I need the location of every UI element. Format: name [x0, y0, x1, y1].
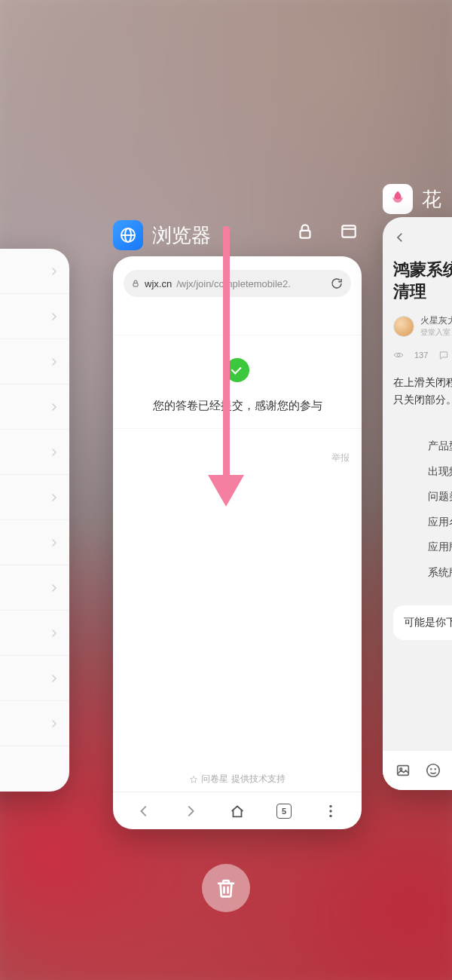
browser-bottom-nav: 5: [113, 792, 362, 829]
list-item[interactable]: [0, 430, 69, 475]
list-item[interactable]: [0, 339, 69, 384]
image-icon[interactable]: [395, 762, 411, 779]
app-name-label: 花: [422, 186, 441, 213]
clear-all-button[interactable]: [202, 864, 250, 912]
svg-point-11: [427, 764, 440, 777]
reload-icon[interactable]: [330, 277, 344, 290]
star-icon: [189, 775, 198, 784]
svg-rect-4: [133, 283, 138, 287]
svg-point-6: [329, 810, 331, 812]
post-meta: 火星灰大 登堂入室: [383, 314, 452, 345]
chevron-left-icon: [393, 231, 407, 244]
nav-back-button[interactable]: [129, 796, 159, 826]
nav-menu-button[interactable]: [316, 796, 346, 826]
browser-url-bar[interactable]: wjx.cn /wjx/join/completemobile2.: [124, 270, 351, 297]
svg-point-12: [431, 769, 432, 770]
chevron-right-icon: [50, 312, 59, 321]
list-item[interactable]: [0, 656, 69, 701]
back-button[interactable]: [383, 217, 452, 255]
card-top-actions: [294, 220, 360, 243]
author-avatar[interactable]: [393, 316, 414, 337]
app-card-title-browser: 浏览器: [113, 220, 211, 250]
svg-point-7: [329, 814, 331, 816]
chevron-right-icon: [50, 267, 59, 276]
chevron-right-icon: [50, 538, 59, 547]
app-card-forum[interactable]: 鸿蒙系统 清理 火星灰大 登堂入室 137 在上滑关闭程 只关闭部分。 产品型 …: [383, 217, 452, 790]
svg-rect-3: [342, 225, 355, 237]
list-item[interactable]: [0, 565, 69, 611]
chevron-right-icon: [50, 629, 59, 638]
svg-rect-9: [398, 766, 409, 776]
page-content: 您的答卷已经提交，感谢您的参与: [113, 335, 362, 429]
post-body: 在上滑关闭程 只关闭部分。: [383, 371, 452, 411]
browser-app-icon: [113, 220, 143, 250]
svg-rect-2: [301, 231, 310, 238]
list-item: 产品型: [428, 433, 452, 459]
app-card-title-flower: 花: [383, 184, 441, 214]
post-spec-list: 产品型 出现频 问题类 应用名 应用版 系统版: [383, 411, 452, 586]
chevron-right-icon: [50, 583, 59, 593]
url-path: /wjx/join/completemobile2.: [176, 278, 325, 289]
list-item[interactable]: [0, 249, 69, 294]
app-card-settings[interactable]: [0, 249, 69, 792]
chevron-right-icon: [50, 493, 59, 502]
chevron-right-icon: [50, 357, 59, 366]
flower-app-icon: [383, 184, 413, 214]
eye-icon: [393, 350, 404, 360]
svg-point-13: [435, 769, 435, 770]
list-item[interactable]: [0, 294, 69, 339]
svg-point-8: [397, 354, 400, 357]
list-item[interactable]: [0, 701, 69, 746]
emoji-icon[interactable]: [425, 762, 441, 779]
lock-icon: [131, 279, 140, 288]
chevron-right-icon: [50, 719, 59, 728]
recent-apps-carousel: 浏览器 wjx.cn /wjx/join/completemobile2. 您的…: [0, 0, 452, 980]
post-stats: 137: [383, 345, 452, 371]
list-item[interactable]: [0, 611, 69, 656]
nav-forward-button[interactable]: [176, 796, 206, 826]
reply-card[interactable]: 可能是你下滑: [393, 605, 452, 640]
author-level: 登堂入室: [420, 327, 452, 338]
view-count: 137: [414, 351, 428, 360]
list-item[interactable]: [0, 475, 69, 520]
nav-home-button[interactable]: [222, 796, 252, 826]
svg-point-5: [329, 804, 331, 807]
comment-icon: [438, 350, 449, 360]
url-host: wjx.cn: [145, 278, 172, 289]
app-card-browser[interactable]: wjx.cn /wjx/join/completemobile2. 您的答卷已经…: [113, 256, 362, 829]
lock-app-button[interactable]: [294, 220, 316, 243]
list-item: 应用名: [428, 510, 452, 535]
success-message: 您的答卷已经提交，感谢您的参与: [125, 399, 350, 413]
chevron-right-icon: [50, 403, 59, 412]
list-item: 出现频: [428, 459, 452, 485]
success-check-icon: [225, 358, 249, 382]
chevron-right-icon: [50, 674, 59, 683]
list-item: 系统版: [428, 560, 452, 586]
author-name: 火星灰大: [420, 314, 452, 327]
list-item[interactable]: [0, 384, 69, 430]
forum-bottom-toolbar: [383, 751, 452, 790]
trash-icon: [215, 877, 237, 899]
split-screen-button[interactable]: [337, 220, 360, 243]
app-name-label: 浏览器: [152, 222, 211, 249]
list-item: 应用版: [428, 534, 452, 560]
post-title: 鸿蒙系统 清理: [383, 255, 452, 314]
report-link[interactable]: 举报: [113, 452, 350, 464]
list-item[interactable]: [0, 520, 69, 565]
list-item: 问题类: [428, 484, 452, 510]
tab-count: 5: [276, 804, 292, 819]
chevron-right-icon: [50, 448, 59, 457]
provider-footer: 问卷星 提供技术支持: [113, 773, 362, 786]
nav-tabs-button[interactable]: 5: [269, 796, 299, 826]
